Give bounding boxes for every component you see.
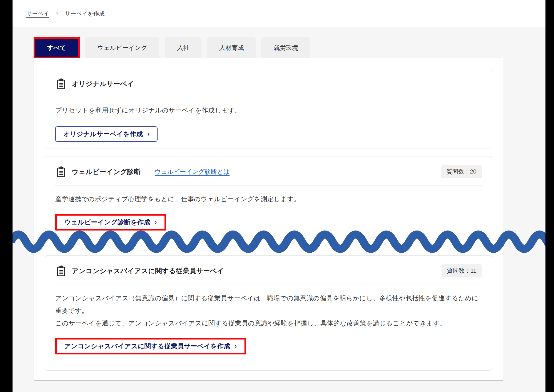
chevron-right-icon: › [155, 218, 157, 226]
card-divider [55, 97, 482, 97]
tab-onboarding[interactable]: 入社 [165, 37, 202, 58]
tab-wellbeing[interactable]: ウェルビーイング [85, 37, 160, 58]
breadcrumb-link-survey[interactable]: サーベイ [26, 10, 49, 17]
button-label: ウェルビーイング診断を作成 [64, 218, 150, 227]
breadcrumb: サーベイ › サーベイを作成 [26, 10, 105, 17]
card-divider [55, 285, 482, 285]
chevron-right-icon: › [235, 342, 237, 350]
breadcrumb-separator-icon: › [56, 10, 58, 17]
clipboard-icon [55, 265, 67, 277]
card-description: プリセットを利用せずにオリジナルのサーベイを作成します。 [55, 104, 482, 117]
right-black-bar [545, 0, 554, 392]
card-header: ウェルビーイング診断 ウェルビーイング診断とは 質問数：20 [55, 165, 482, 178]
description-line-2: このサーベイを通じて、アンコンシャスバイアスに関する従業員の意識や経験を把握し、… [55, 320, 446, 327]
card-title: アンコンシャスバイアスに関する従業員サーベイ [72, 266, 224, 275]
breadcrumb-current: サーベイを作成 [65, 10, 105, 17]
question-count-badge: 質問数：20 [441, 165, 482, 178]
card-original-survey: オリジナルサーベイ プリセットを利用せずにオリジナルのサーベイを作成します。 オ… [45, 69, 492, 148]
button-label: アンコンシャスバイアスに関する従業員サーベイを作成 [64, 342, 230, 350]
clipboard-icon [55, 78, 67, 90]
tab-workenv[interactable]: 就労環境 [261, 37, 310, 58]
question-count-badge: 質問数：11 [441, 264, 482, 277]
survey-list-panel: オリジナルサーベイ プリセットを利用せずにオリジナルのサーベイを作成します。 オ… [34, 58, 503, 381]
chevron-right-icon: › [147, 130, 149, 138]
create-unconscious-bias-survey-button[interactable]: アンコンシャスバイアスに関する従業員サーベイを作成 › [55, 338, 246, 354]
card-header: アンコンシャスバイアスに関する従業員サーベイ 質問数：11 [55, 264, 482, 277]
card-description: アンコンシャスバイアス（無意識の偏見）に関する従業員サーベイは、職場での無意識の… [55, 292, 482, 329]
category-tabs: すべて ウェルビーイング 入社 人材育成 就労環境 [34, 37, 310, 58]
button-label: オリジナルサーベイを作成 [63, 130, 143, 138]
create-original-survey-button[interactable]: オリジナルサーベイを作成 › [55, 126, 158, 142]
clipboard-icon [55, 166, 67, 177]
card-unconscious-bias-survey: アンコンシャスバイアスに関する従業員サーベイ 質問数：11 アンコンシャスバイア… [45, 255, 492, 371]
card-header: オリジナルサーベイ [55, 78, 482, 90]
tab-all[interactable]: すべて [34, 37, 80, 58]
left-black-bar [0, 0, 13, 392]
card-wellbeing-survey: ウェルビーイング診断 ウェルビーイング診断とは 質問数：20 産学連携でのポジテ… [45, 156, 492, 236]
card-description: 産学連携でのポジティブ心理学をもとに、仕事のウェルビーイングを測定します。 [55, 193, 482, 205]
create-wellbeing-survey-button[interactable]: ウェルビーイング診断を作成 › [55, 214, 166, 231]
description-line-1: アンコンシャスバイアス（無意識の偏見）に関する従業員サーベイは、職場での無意識の… [55, 294, 478, 314]
card-divider [55, 185, 482, 186]
page-header: サーベイ › サーベイを作成 [13, 0, 545, 27]
card-title: ウェルビーイング診断 [72, 167, 141, 176]
wellbeing-about-link[interactable]: ウェルビーイング診断とは [155, 168, 230, 176]
tab-training[interactable]: 人材育成 [207, 37, 256, 58]
card-title: オリジナルサーベイ [72, 79, 134, 88]
